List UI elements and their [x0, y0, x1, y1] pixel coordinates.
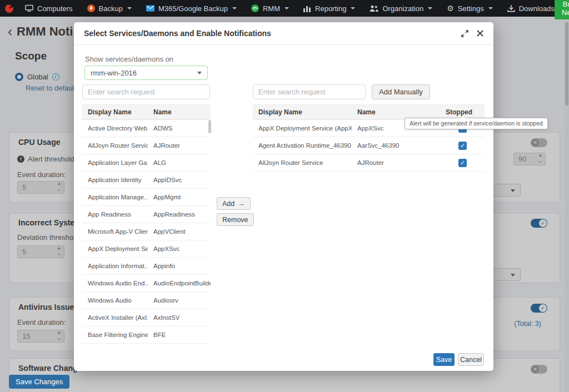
brand-logo-icon[interactable]: [4, 4, 14, 13]
service-row[interactable]: ActiveX Installer (AxI...AxInstSV: [82, 309, 211, 326]
service-name: AppXSvc: [148, 240, 211, 258]
column-header-name: Name: [148, 105, 211, 120]
download-icon: [507, 5, 515, 12]
save-button[interactable]: Save: [433, 353, 455, 366]
add-button[interactable]: Add→: [217, 197, 251, 210]
nav-label: RMM: [263, 4, 280, 13]
service-name: AJRouter: [352, 154, 430, 172]
nav-item-m365-google-backup[interactable]: M365/Google Backup: [146, 4, 237, 13]
table-scrollbar-thumb[interactable]: [208, 120, 211, 133]
service-display-name: AppX Deployment Se...: [82, 240, 148, 258]
nav-menu: ComputersBackupM365/Google BackupRMMRepo…: [25, 4, 555, 13]
nav-label: Reporting: [315, 4, 346, 13]
selected-services-table: Display Name Name Stopped AppX Deploymen…: [253, 104, 485, 172]
service-row[interactable]: Application Informat...Appinfo: [82, 258, 211, 275]
service-display-name: Application Manage...: [82, 189, 148, 206]
column-header-display-name: Display Name: [253, 105, 352, 120]
stopped-tooltip: Alert will be generated if service/daemo…: [405, 118, 548, 129]
service-row[interactable]: Active Directory Web...ADWS: [82, 120, 211, 137]
stopped-checkbox[interactable]: ✓: [458, 142, 467, 150]
service-row[interactable]: Application Layer Ga...ALG: [82, 154, 211, 172]
nav-label: Settings: [458, 4, 484, 13]
selected-service-row[interactable]: AllJoyn Router ServiceAJRouter✓: [253, 154, 485, 172]
service-display-name: Base Filtering Engine: [82, 326, 148, 344]
service-display-name: Application Informat...: [82, 258, 148, 275]
chevron-down-icon: [284, 7, 289, 9]
nav-item-organization[interactable]: Organization: [370, 4, 432, 13]
nav-label: Organization: [382, 4, 423, 13]
close-icon[interactable]: [477, 30, 483, 37]
modal-header: Select Services/Daemons and Enable Notif…: [74, 22, 493, 45]
computer-select-value: rmm-win-2016: [91, 69, 137, 77]
monitor-icon: [25, 4, 33, 12]
backup-icon: [87, 4, 95, 12]
computer-select[interactable]: rmm-win-2016: [84, 66, 208, 80]
service-display-name: AppX Deployment Service (AppXS...: [253, 120, 352, 137]
nav-item-reporting[interactable]: Reporting: [303, 4, 355, 13]
nav-item-backup[interactable]: Backup: [87, 4, 132, 13]
column-header-display-name: Display Name: [82, 105, 148, 120]
stopped-cell: ✓: [430, 137, 485, 154]
service-display-name: Windows Audio End...: [82, 275, 148, 292]
nav-right-group: Buy New ? Help: [555, 0, 569, 19]
service-row[interactable]: AppX Deployment Se...AppXSvc: [82, 240, 211, 258]
bar-chart-icon: [303, 5, 311, 12]
service-row[interactable]: Windows AudioAudiosrv: [82, 292, 211, 309]
services-modal: Select Services/Daemons and Enable Notif…: [74, 22, 493, 371]
service-row[interactable]: Windows Audio End...AudioEndpointBuilder: [82, 275, 211, 292]
service-row[interactable]: Application Manage...AppMgmt: [82, 189, 211, 206]
service-display-name: ActiveX Installer (AxI...: [82, 309, 148, 326]
mail-icon: [146, 5, 154, 12]
service-display-name: Windows Audio: [82, 292, 148, 309]
service-name: BFE: [148, 326, 211, 344]
service-name: AppReadiness: [148, 206, 211, 223]
chevron-down-icon: [197, 72, 202, 74]
service-display-name: Agent Activation Runtime_46390: [253, 137, 352, 154]
rmm-icon: [251, 4, 259, 12]
add-manually-button[interactable]: Add Manually: [372, 84, 430, 99]
nav-label: M365/Google Backup: [158, 4, 228, 13]
service-display-name: App Readiness: [82, 206, 148, 223]
nav-item-settings[interactable]: ⚙Settings: [447, 4, 493, 13]
service-row[interactable]: Microsoft App-V ClientAppVClient: [82, 223, 211, 240]
available-search-input[interactable]: [82, 84, 210, 99]
right-arrow-icon: →: [238, 200, 245, 208]
service-display-name: Application Layer Ga...: [82, 154, 148, 172]
stopped-checkbox[interactable]: ✓: [458, 159, 467, 167]
chevron-down-icon: [351, 7, 355, 9]
nav-item-downloads[interactable]: Downloads: [507, 4, 555, 13]
expand-icon[interactable]: [461, 30, 468, 37]
stopped-cell: ✓: [430, 154, 485, 172]
service-name: AppMgmt: [148, 189, 211, 206]
service-name: Appinfo: [148, 258, 211, 275]
service-row[interactable]: Application IdentityAppIDSvc: [82, 172, 211, 189]
modal-title: Select Services/Daemons and Enable Notif…: [84, 29, 271, 38]
service-name: AarSvc_46390: [352, 137, 430, 154]
nav-item-rmm[interactable]: RMM: [251, 4, 289, 13]
chevron-down-icon: [127, 7, 132, 9]
save-changes-button[interactable]: Save Changes: [9, 375, 69, 389]
service-display-name: Application Identity: [82, 172, 148, 189]
chevron-down-icon: [428, 7, 432, 9]
service-display-name: AllJoyn Router Service: [82, 137, 148, 154]
nav-label: Backup: [99, 4, 123, 13]
available-services-table: Display Name Name Active Directory Web..…: [82, 104, 211, 344]
service-display-name: Active Directory Web...: [82, 120, 148, 137]
service-row[interactable]: App ReadinessAppReadiness: [82, 206, 211, 223]
service-display-name: Microsoft App-V Client: [82, 223, 148, 240]
buy-new-button[interactable]: Buy New: [555, 0, 569, 19]
chevron-down-icon: [232, 7, 237, 9]
nav-item-computers[interactable]: Computers: [25, 4, 73, 13]
service-name: ADWS: [148, 120, 211, 137]
selected-search-input[interactable]: [253, 84, 366, 99]
service-name: AJRouter: [148, 137, 211, 154]
selected-service-row[interactable]: Agent Activation Runtime_46390AarSvc_463…: [253, 137, 485, 154]
cancel-button[interactable]: Cancel: [458, 353, 484, 366]
service-row[interactable]: AllJoyn Router ServiceAJRouter: [82, 137, 211, 154]
service-row[interactable]: Base Filtering EngineBFE: [82, 326, 211, 344]
service-name: AxInstSV: [148, 309, 211, 326]
top-navbar: ComputersBackupM365/Google BackupRMMRepo…: [0, 0, 569, 17]
service-name: AppIDSvc: [148, 172, 211, 189]
remove-button[interactable]: Remove: [217, 213, 254, 226]
gear-icon: ⚙: [447, 4, 454, 12]
